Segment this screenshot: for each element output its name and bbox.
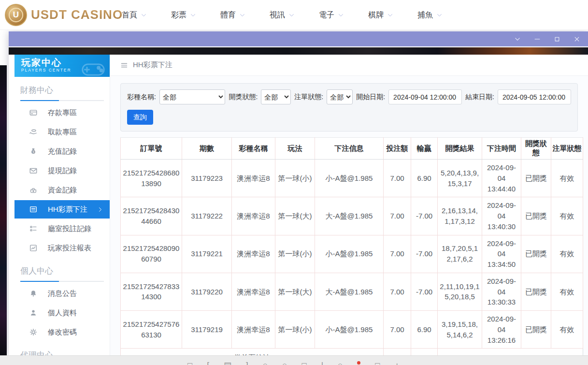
sidebar-item-label: 個人資料 (48, 308, 77, 318)
table-cell: 有效 (551, 197, 583, 235)
window-icon: □ (187, 361, 192, 365)
order-list-icon (29, 224, 38, 233)
table-cell: 6.90 (411, 311, 438, 349)
sidebar-item-funds-record[interactable]: 資金記錄 (14, 180, 110, 200)
table-cell: 2024-09-04 13:26:16 (482, 311, 521, 349)
nav-item-lottery[interactable]: 彩票 (171, 10, 196, 20)
table-cell: 2024-09-04 13:30:33 (482, 273, 521, 310)
red-dot-icon (357, 361, 360, 365)
sidebar-item-change-password[interactable]: 修改密碼 (14, 322, 110, 342)
background-casino-image (0, 65, 7, 355)
lottery-name-label: 彩種名稱: (127, 93, 156, 102)
sidebar-item-label: 充值記錄 (48, 147, 77, 156)
nav-item-home[interactable]: 首頁 (122, 10, 147, 20)
logo-coin-icon: U (5, 4, 27, 26)
sidebar-item-withdraw-area[interactable]: 取款專區 (14, 122, 110, 142)
table-header-cell: 開獎結果 (438, 138, 482, 160)
table-cell: 第一球(大) (275, 273, 315, 310)
draw-status-select[interactable]: 全部 (261, 89, 291, 104)
nav-item-sports[interactable]: 體育 (220, 10, 245, 20)
sidebar-item-label: 取款專區 (48, 128, 77, 137)
query-button[interactable]: 查詢 (127, 110, 153, 125)
sidebar-section-title-agent: 代理中心 (20, 350, 110, 355)
table-cell: 2024-09-04 13:44:40 (482, 160, 521, 197)
chevron-down-icon (338, 12, 344, 18)
table-header-cell: 投注額 (384, 138, 411, 160)
nav-item-chess[interactable]: 棋牌 (368, 10, 393, 20)
table-cell: 5,20,4,13,9,15,3,17 (438, 160, 482, 197)
table-header-cell: 下注時間 (482, 138, 521, 160)
table-cell: 2,11,10,19,15,20,18,5 (438, 273, 482, 310)
table-row: 215217254278331430031179220澳洲幸运8第一球(大)大-… (121, 273, 583, 310)
hamburger-icon[interactable] (120, 61, 128, 69)
sidebar-item-player-bet-report[interactable]: 玩家投注報表 (14, 238, 110, 258)
table-cell: 31179221 (182, 235, 232, 273)
table-row: 215217254280906079031179221澳洲幸运8第一球(小)小-… (121, 235, 583, 273)
sidebar-item-deposit-area[interactable]: 存款專區 (14, 103, 110, 122)
table-cell: 有效 (551, 273, 583, 310)
table-cell: 大-A盤@1.985 (315, 273, 384, 310)
table-header-cell: 玩法 (275, 138, 315, 160)
sidebar-item-label: 消息公告 (48, 289, 77, 298)
hand-coin-icon (29, 128, 38, 136)
sidebar-item-hh-lottery-bets[interactable]: HH彩票下注 (14, 200, 110, 219)
sidebar-item-messages[interactable]: 消息公告 (14, 284, 110, 303)
lottery-name-select[interactable]: 全部 (159, 89, 226, 104)
table-cell: 澳洲幸运8 (232, 273, 275, 310)
table-cell: 2152172542783314300 (121, 273, 182, 310)
nav-item-label: 首頁 (122, 10, 137, 20)
page-header: HH彩票下注 (110, 55, 588, 76)
table-cell: 7.00 (384, 235, 411, 273)
sidebar-item-room-bet-record[interactable]: 廳室投註記錄 (14, 219, 110, 238)
sidebar-header: 玩家中心 PLAYERS CENTER (14, 55, 110, 77)
main-panel: HH彩票下注 彩種名稱: 全部 開獎狀態: 全部 注單狀態: 全部 開始日期: … (110, 55, 588, 355)
bracket-right-icon: ] (246, 361, 248, 365)
nav-item-video[interactable]: 視訊 (270, 10, 295, 20)
table-cell: 6.90 (411, 160, 438, 197)
sidebar-item-recharge-record[interactable]: $充值記錄 (14, 142, 110, 161)
window-titlebar (9, 31, 588, 46)
table-cell: 2024-09-04 13:40:30 (482, 197, 521, 235)
table-cell: 7.00 (384, 160, 411, 197)
site-logo[interactable]: U USDT CASINO (5, 4, 123, 26)
window-close-icon[interactable] (574, 36, 580, 43)
start-date-label: 開始日期: (356, 93, 385, 102)
chevron-right-icon (97, 206, 103, 213)
table-header-cell: 下注信息 (315, 138, 384, 160)
table-header-cell: 訂單號 (121, 138, 182, 160)
table-cell: -7.00 (411, 235, 438, 273)
gear-icon (29, 328, 38, 336)
window-collapse-icon[interactable] (514, 36, 521, 43)
order-status-select[interactable]: 全部 (327, 89, 353, 104)
sidebar-item-label: HH彩票下注 (48, 205, 87, 214)
banner-image-strip (9, 47, 588, 55)
table-cell: 有效 (551, 160, 583, 197)
bottom-toolbar-icons: □[▤]○○□|○□+ (187, 361, 400, 365)
start-date-input[interactable] (388, 89, 462, 104)
table-cell: 有效 (551, 235, 583, 273)
nav-item-fishing[interactable]: 捕魚 (417, 10, 443, 20)
chevron-down-icon (190, 12, 196, 18)
sidebar-item-withdraw-record[interactable]: 提現記錄 (14, 161, 110, 180)
window-minimize-icon[interactable] (534, 36, 541, 43)
table-cell: 第一球(小) (275, 160, 315, 197)
table-cell: 第一球(小) (275, 311, 315, 349)
chevron-down-icon (239, 12, 245, 18)
end-date-input[interactable] (498, 89, 571, 104)
table-header-cell: 輸贏 (411, 138, 438, 160)
card-icon (29, 108, 38, 117)
sidebar: 玩家中心 PLAYERS CENTER 財務中心存款專區取款專區$充值記錄提現記… (14, 55, 110, 355)
nav-item-label: 捕魚 (417, 10, 433, 20)
gamepad-icon (81, 57, 106, 74)
sidebar-item-label: 存款專區 (48, 108, 77, 117)
person-icon (29, 308, 38, 317)
moneybag-icon: $ (29, 147, 38, 156)
window-maximize-icon[interactable] (554, 36, 560, 43)
purse-icon (29, 186, 38, 194)
table-cell: 18,7,20,5,12,17,6,2 (438, 235, 482, 273)
nav-item-slots[interactable]: 電子 (319, 10, 344, 20)
sidebar-item-profile[interactable]: 個人資料 (14, 303, 110, 322)
table-header-cell: 開獎狀態 (521, 138, 551, 160)
table-cell: 已開獎 (521, 311, 551, 349)
table-cell: 7.00 (384, 197, 411, 235)
